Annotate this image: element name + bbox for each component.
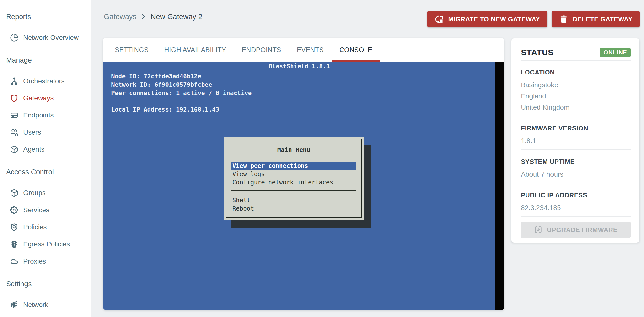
page-actions: MIGRATE TO NEW GATEWAY DELETE GATEWAY: [427, 11, 640, 27]
tab-console[interactable]: CONSOLE: [332, 38, 380, 62]
tab-high-availability[interactable]: HIGH AVAILABILITY: [156, 38, 234, 62]
menu-item-shell[interactable]: Shell: [231, 196, 356, 204]
status-field-value: 82.3.234.185: [521, 202, 630, 214]
sidebar-item-network[interactable]: Network: [0, 296, 91, 313]
status-field-value: About 7 hours: [521, 169, 630, 180]
console-output: Node ID: 72cffde3ad46b12eNetwork ID: 6f9…: [111, 72, 252, 114]
status-field-values: 82.3.234.185: [521, 202, 630, 214]
hierarchy-icon: [10, 77, 18, 85]
sidebar-item-orchestrators[interactable]: Orchestrators: [0, 72, 91, 90]
sidebar-item-groups[interactable]: Groups: [0, 184, 91, 202]
server-icon: [10, 111, 18, 120]
tab-settings[interactable]: SETTINGS: [107, 38, 156, 62]
cloud-icon: [10, 257, 18, 266]
upgrade-firmware-button[interactable]: UPGRADE FIRMWARE: [521, 222, 630, 238]
sidebar: ReportsNetwork OverviewManageOrchestrato…: [0, 0, 91, 317]
shield-circle-icon: [10, 223, 18, 231]
console-line: Node ID: 72cffde3ad46b12e: [111, 72, 252, 80]
status-field-value: England: [521, 90, 630, 102]
traffic-light-icon: [10, 240, 18, 248]
sidebar-item-label: Orchestrators: [23, 77, 65, 85]
status-field-label-system-uptime: SYSTEM UPTIME: [521, 158, 630, 166]
breadcrumb: Gateways New Gateway 2: [104, 10, 202, 23]
console-title: BlastShield 1.8.1: [266, 62, 333, 70]
sidebar-item-label: Proxies: [23, 258, 46, 265]
menu-item-view-peer-connections[interactable]: View peer connections: [231, 162, 356, 170]
status-field-label-location: LOCATION: [521, 69, 630, 76]
status-field-values: About 7 hours: [521, 169, 630, 180]
sidebar-item-endpoints[interactable]: Endpoints: [0, 107, 91, 124]
console-line: Network ID: 6f901c0579bfcbee: [111, 80, 252, 89]
console-screen[interactable]: BlastShield 1.8.1 Node ID: 72cffde3ad46b…: [103, 62, 496, 310]
globe-lock-icon: [10, 301, 18, 309]
menu-item-configure-network-interfaces[interactable]: Configure network interfaces: [231, 178, 356, 186]
nav-section-header: Access Control: [6, 168, 91, 176]
sidebar-item-label: Services: [23, 206, 49, 214]
sidebar-item-label: Gateways: [23, 94, 54, 102]
sidebar-item-agents[interactable]: Agents: [0, 141, 91, 158]
nav-section-header: Reports: [6, 13, 91, 21]
online-status-badge: ONLINE: [600, 48, 630, 57]
menu-divider: [231, 190, 356, 191]
main-menu-items: View peer connectionsView logsConfigure …: [231, 162, 356, 213]
console-area: BlastShield 1.8.1 Node ID: 72cffde3ad46b…: [103, 62, 504, 310]
console-line: [111, 97, 252, 106]
status-field-values: BasingstokeEnglandUnited Kingdom: [521, 79, 630, 113]
field-separator: [521, 150, 630, 150]
sidebar-item-label: Network: [23, 301, 48, 309]
status-panel-header: STATUS ONLINE: [521, 38, 630, 60]
sidebar-item-label: Egress Policies: [23, 240, 70, 248]
gateway-detail-card: SETTINGSHIGH AVAILABILITYENDPOINTSEVENTS…: [103, 38, 504, 310]
download-icon: [534, 226, 542, 234]
sidebar-item-gateways[interactable]: Gateways: [0, 90, 91, 107]
sidebar-item-label: Agents: [23, 146, 44, 153]
field-separator: [521, 216, 630, 217]
sidebar-item-proxies[interactable]: Proxies: [0, 253, 91, 270]
tab-endpoints[interactable]: ENDPOINTS: [234, 38, 289, 62]
gear-icon: [10, 206, 18, 214]
status-panel-title: STATUS: [521, 48, 554, 57]
status-field-label-firmware-version: FIRMWARE VERSION: [521, 124, 630, 132]
migrate-to-new-gateway-button[interactable]: MIGRATE TO NEW GATEWAY: [427, 11, 547, 27]
nav-section-manage: ManageOrchestratorsGatewaysEndpointsUser…: [0, 56, 91, 158]
status-field-value: United Kingdom: [521, 102, 630, 113]
shield-icon: [10, 94, 18, 102]
tab-events[interactable]: EVENTS: [289, 38, 332, 62]
main-menu-dialog: Main Menu View peer connectionsView logs…: [224, 137, 364, 220]
migrate-icon: [434, 15, 444, 24]
package-icon: [10, 189, 18, 197]
sidebar-item-services[interactable]: Services: [0, 202, 91, 218]
nav-section-access-control: Access ControlGroupsServicesPoliciesEgre…: [0, 168, 91, 270]
package-icon: [10, 145, 18, 154]
console-scrollbar-strip: [496, 62, 504, 310]
trash-icon: [559, 15, 568, 24]
field-separator: [521, 116, 630, 116]
status-field-value: 1.8.1: [521, 135, 630, 146]
nav-section-reports: ReportsNetwork Overview: [0, 13, 91, 46]
nav-section-settings: SettingsNetwork: [0, 280, 91, 313]
sidebar-item-label: Groups: [23, 189, 46, 197]
users-icon: [10, 128, 18, 136]
status-field-values: 1.8.1: [521, 135, 630, 146]
sidebar-item-users[interactable]: Users: [0, 124, 91, 141]
sidebar-item-egress-policies[interactable]: Egress Policies: [0, 236, 91, 253]
pie-chart-icon: [10, 34, 18, 42]
delete-button-label: DELETE GATEWAY: [573, 16, 632, 23]
chevron-right-icon: [140, 13, 147, 20]
menu-item-reboot[interactable]: Reboot: [231, 204, 356, 213]
upgrade-firmware-label: UPGRADE FIRMWARE: [547, 226, 617, 234]
sidebar-item-policies[interactable]: Policies: [0, 218, 91, 236]
main-menu-title: Main Menu: [224, 146, 364, 153]
sidebar-item-label: Network Overview: [23, 34, 79, 42]
console-line: Local IP Address: 192.168.1.43: [111, 106, 252, 114]
delete-gateway-button[interactable]: DELETE GATEWAY: [552, 11, 640, 27]
sidebar-item-network-overview[interactable]: Network Overview: [0, 29, 91, 46]
status-panel: STATUS ONLINE LOCATIONBasingstokeEngland…: [511, 38, 639, 242]
breadcrumb-gateways-link[interactable]: Gateways: [104, 12, 136, 21]
tab-bar: SETTINGSHIGH AVAILABILITYENDPOINTSEVENTS…: [103, 38, 504, 62]
menu-item-view-logs[interactable]: View logs: [231, 170, 356, 178]
field-separator: [521, 183, 630, 184]
nav-section-header: Settings: [6, 280, 91, 288]
sidebar-item-label: Endpoints: [23, 111, 54, 119]
status-field-label-public-ip-address: PUBLIC IP ADDRESS: [521, 192, 630, 199]
